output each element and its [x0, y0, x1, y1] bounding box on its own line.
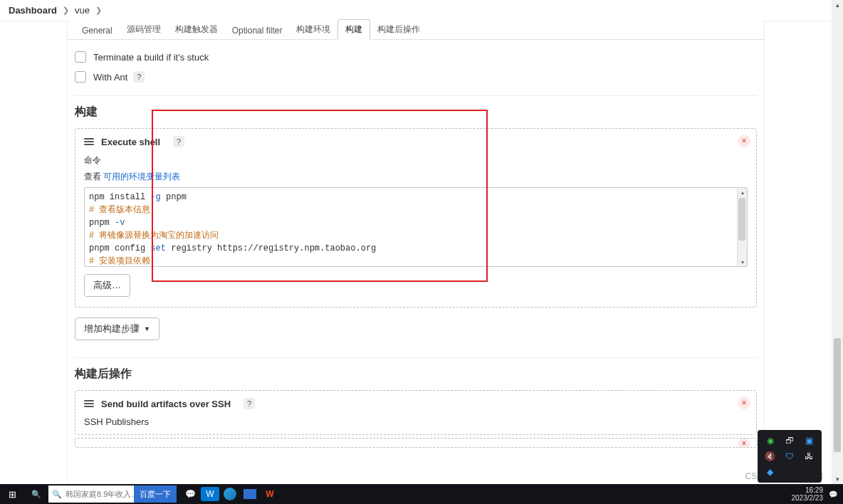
breadcrumb-root[interactable]: Dashboard — [9, 5, 57, 16]
section-title-build: 构建 — [75, 105, 757, 120]
section-title-post-build: 构建后操作 — [75, 367, 757, 382]
taskbar-clock[interactable]: 16:29 2023/2/23 — [792, 486, 824, 502]
scroll-thumb[interactable] — [834, 338, 841, 452]
help-icon[interactable]: ? — [244, 398, 255, 409]
ssh-publishers-label: SSH Publishers — [84, 416, 748, 427]
option-terminate-stuck: Terminate a build if it's stuck — [75, 47, 757, 67]
see-env-vars: 查看 可用的环境变量列表 — [84, 171, 748, 183]
tray-icon[interactable]: 🗗 — [781, 434, 797, 447]
chevron-right-icon: ❯ — [63, 6, 69, 15]
checkbox[interactable] — [75, 51, 86, 63]
caret-down-icon: ▼ — [144, 325, 150, 332]
tab-scm[interactable]: 源码管理 — [120, 20, 168, 39]
scroll-up-icon[interactable]: ▴ — [832, 0, 843, 10]
remove-step-button[interactable]: × — [738, 397, 750, 409]
drag-handle-icon[interactable] — [84, 400, 94, 407]
tab-build-env[interactable]: 构建环境 — [289, 20, 337, 39]
search-button[interactable]: 🔍 — [24, 484, 48, 504]
drag-handle-icon[interactable] — [84, 138, 94, 145]
wps-icon: W — [266, 489, 273, 499]
config-tabs: General 源码管理 构建触发器 Optional filter 构建环境 … — [68, 20, 764, 40]
code-scrollbar[interactable]: ▴ ▾ — [737, 188, 747, 266]
advanced-button[interactable]: 高级… — [84, 274, 130, 297]
tab-build[interactable]: 构建 — [337, 19, 370, 40]
shell-command-input[interactable]: npm install -g pnpm # 查看版本信息 pnpm -v # 将… — [84, 187, 748, 267]
step-title: Send build artifacts over SSH — [101, 399, 231, 409]
taskbar-app[interactable]: W — [201, 487, 219, 501]
scroll-down-icon[interactable]: ▾ — [738, 258, 747, 266]
taskbar-app-explorer[interactable] — [241, 487, 259, 501]
scroll-thumb[interactable] — [738, 198, 745, 241]
add-build-step-button[interactable]: 增加构建步骤▼ — [75, 317, 159, 340]
taskbar-search[interactable]: 🔍 — [48, 485, 134, 503]
checkbox[interactable] — [75, 71, 86, 83]
env-vars-link[interactable]: 可用的环境变量列表 — [103, 172, 180, 182]
command-label: 命令 — [84, 154, 748, 167]
tab-general[interactable]: General — [75, 22, 120, 39]
breadcrumb: Dashboard ❯ vue ❯ — [0, 0, 832, 21]
tab-triggers[interactable]: 构建触发器 — [168, 20, 225, 39]
search-icon: 🔍 — [48, 490, 66, 499]
option-label: With Ant — [93, 72, 127, 83]
taskbar-app-wps[interactable]: W — [261, 487, 279, 501]
edge-icon — [224, 488, 236, 500]
chevron-right-icon: ❯ — [95, 6, 102, 15]
wechat-icon[interactable]: ◉ — [762, 434, 778, 447]
volume-mute-icon[interactable]: 🔇 — [762, 450, 778, 463]
task-icons: 💬 W W — [181, 487, 279, 501]
search-icon: 🔍 — [31, 490, 41, 499]
option-label: Terminate a build if it's stuck — [93, 52, 209, 63]
page-scrollbar[interactable]: ▴ ▾ — [832, 0, 843, 484]
option-with-ant: With Ant ? — [75, 67, 757, 87]
scroll-up-icon[interactable]: ▴ — [738, 188, 747, 196]
search-input[interactable] — [66, 486, 134, 502]
folder-icon — [244, 489, 256, 499]
windows-taskbar: ⊞ 🔍 🔍 百度一下 💬 W W 16:29 2023/2/23 💬 — [0, 484, 843, 504]
build-step-execute-shell: × Execute shell ? 命令 查看 可用的环境变量列表 npm in… — [75, 128, 757, 308]
step-title: Execute shell — [101, 137, 160, 147]
scroll-down-icon[interactable]: ▾ — [832, 474, 843, 484]
network-icon[interactable]: 🖧 — [801, 450, 817, 463]
post-step-ssh: × Send build artifacts over SSH ? SSH Pu… — [75, 390, 757, 435]
system-tray-popup[interactable]: ◉ 🗗 ▣ 🔇 🛡 🖧 ◆ — [758, 430, 822, 483]
start-button[interactable]: ⊞ — [0, 484, 24, 504]
help-icon[interactable]: ? — [173, 136, 184, 147]
tray-icon[interactable]: ◆ — [762, 466, 778, 478]
divider — [75, 357, 757, 358]
windows-icon: ⊞ — [9, 489, 16, 500]
taskbar-app-edge[interactable] — [221, 487, 239, 501]
tab-optional-filter[interactable]: Optional filter — [225, 22, 290, 39]
baidu-search-button[interactable]: 百度一下 — [134, 485, 177, 503]
breadcrumb-item[interactable]: vue — [75, 5, 90, 16]
tab-post-build[interactable]: 构建后操作 — [370, 20, 427, 39]
ssh-server-card: × — [75, 438, 757, 448]
remove-step-button[interactable]: × — [738, 438, 750, 448]
shell-command-code[interactable]: npm install -g pnpm # 查看版本信息 pnpm -v # 将… — [85, 188, 747, 266]
divider — [75, 95, 757, 96]
notifications-button[interactable]: 💬 — [826, 484, 840, 504]
tray-icon[interactable]: ▣ — [801, 434, 817, 447]
remove-step-button[interactable]: × — [738, 135, 750, 147]
help-icon[interactable]: ? — [133, 71, 145, 83]
shield-icon[interactable]: 🛡 — [781, 450, 797, 463]
taskbar-app[interactable]: 💬 — [181, 487, 199, 501]
